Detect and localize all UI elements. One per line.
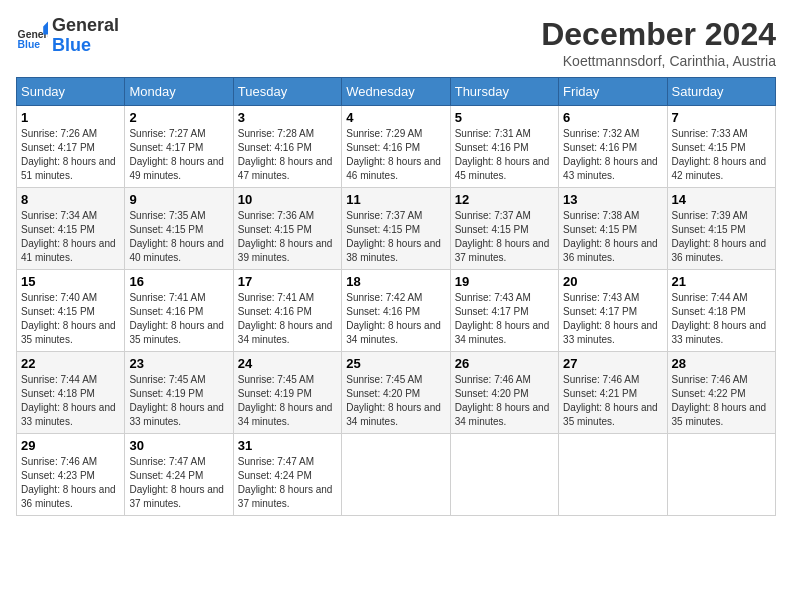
svg-marker-2	[43, 21, 48, 34]
day-info: Sunrise: 7:46 AM Sunset: 4:21 PM Dayligh…	[563, 373, 662, 429]
calendar-cell: 29 Sunrise: 7:46 AM Sunset: 4:23 PM Dayl…	[17, 434, 125, 516]
day-number: 17	[238, 274, 337, 289]
calendar-cell: 16 Sunrise: 7:41 AM Sunset: 4:16 PM Dayl…	[125, 270, 233, 352]
day-number: 20	[563, 274, 662, 289]
day-info: Sunrise: 7:45 AM Sunset: 4:19 PM Dayligh…	[129, 373, 228, 429]
day-info: Sunrise: 7:43 AM Sunset: 4:17 PM Dayligh…	[563, 291, 662, 347]
calendar-cell	[667, 434, 775, 516]
calendar-cell: 21 Sunrise: 7:44 AM Sunset: 4:18 PM Dayl…	[667, 270, 775, 352]
day-number: 10	[238, 192, 337, 207]
calendar-cell: 10 Sunrise: 7:36 AM Sunset: 4:15 PM Dayl…	[233, 188, 341, 270]
calendar-cell: 11 Sunrise: 7:37 AM Sunset: 4:15 PM Dayl…	[342, 188, 450, 270]
calendar-cell: 26 Sunrise: 7:46 AM Sunset: 4:20 PM Dayl…	[450, 352, 558, 434]
calendar-cell: 6 Sunrise: 7:32 AM Sunset: 4:16 PM Dayli…	[559, 106, 667, 188]
calendar-cell: 8 Sunrise: 7:34 AM Sunset: 4:15 PM Dayli…	[17, 188, 125, 270]
calendar-cell: 30 Sunrise: 7:47 AM Sunset: 4:24 PM Dayl…	[125, 434, 233, 516]
calendar-cell: 17 Sunrise: 7:41 AM Sunset: 4:16 PM Dayl…	[233, 270, 341, 352]
title-block: December 2024 Koettmannsdorf, Carinthia,…	[541, 16, 776, 69]
day-info: Sunrise: 7:36 AM Sunset: 4:15 PM Dayligh…	[238, 209, 337, 265]
day-number: 7	[672, 110, 771, 125]
day-info: Sunrise: 7:45 AM Sunset: 4:19 PM Dayligh…	[238, 373, 337, 429]
day-number: 23	[129, 356, 228, 371]
day-number: 29	[21, 438, 120, 453]
day-info: Sunrise: 7:47 AM Sunset: 4:24 PM Dayligh…	[129, 455, 228, 511]
day-number: 11	[346, 192, 445, 207]
calendar-cell: 3 Sunrise: 7:28 AM Sunset: 4:16 PM Dayli…	[233, 106, 341, 188]
calendar-cell: 5 Sunrise: 7:31 AM Sunset: 4:16 PM Dayli…	[450, 106, 558, 188]
calendar-cell: 15 Sunrise: 7:40 AM Sunset: 4:15 PM Dayl…	[17, 270, 125, 352]
day-info: Sunrise: 7:34 AM Sunset: 4:15 PM Dayligh…	[21, 209, 120, 265]
svg-text:Blue: Blue	[18, 39, 41, 50]
day-number: 25	[346, 356, 445, 371]
calendar-cell	[450, 434, 558, 516]
calendar-week-row: 22 Sunrise: 7:44 AM Sunset: 4:18 PM Dayl…	[17, 352, 776, 434]
weekday-header-row: SundayMondayTuesdayWednesdayThursdayFrid…	[17, 78, 776, 106]
calendar-week-row: 1 Sunrise: 7:26 AM Sunset: 4:17 PM Dayli…	[17, 106, 776, 188]
day-info: Sunrise: 7:47 AM Sunset: 4:24 PM Dayligh…	[238, 455, 337, 511]
weekday-header-tuesday: Tuesday	[233, 78, 341, 106]
day-number: 16	[129, 274, 228, 289]
calendar-cell: 20 Sunrise: 7:43 AM Sunset: 4:17 PM Dayl…	[559, 270, 667, 352]
day-number: 8	[21, 192, 120, 207]
logo-icon: General Blue	[16, 20, 48, 52]
day-number: 13	[563, 192, 662, 207]
day-info: Sunrise: 7:26 AM Sunset: 4:17 PM Dayligh…	[21, 127, 120, 183]
month-title: December 2024	[541, 16, 776, 53]
day-number: 18	[346, 274, 445, 289]
day-info: Sunrise: 7:43 AM Sunset: 4:17 PM Dayligh…	[455, 291, 554, 347]
day-number: 26	[455, 356, 554, 371]
calendar-cell: 9 Sunrise: 7:35 AM Sunset: 4:15 PM Dayli…	[125, 188, 233, 270]
calendar-cell	[342, 434, 450, 516]
calendar-cell: 2 Sunrise: 7:27 AM Sunset: 4:17 PM Dayli…	[125, 106, 233, 188]
day-info: Sunrise: 7:46 AM Sunset: 4:22 PM Dayligh…	[672, 373, 771, 429]
day-info: Sunrise: 7:38 AM Sunset: 4:15 PM Dayligh…	[563, 209, 662, 265]
calendar-cell: 31 Sunrise: 7:47 AM Sunset: 4:24 PM Dayl…	[233, 434, 341, 516]
day-info: Sunrise: 7:35 AM Sunset: 4:15 PM Dayligh…	[129, 209, 228, 265]
calendar-cell: 7 Sunrise: 7:33 AM Sunset: 4:15 PM Dayli…	[667, 106, 775, 188]
day-number: 6	[563, 110, 662, 125]
calendar-cell	[559, 434, 667, 516]
day-number: 28	[672, 356, 771, 371]
day-info: Sunrise: 7:40 AM Sunset: 4:15 PM Dayligh…	[21, 291, 120, 347]
day-number: 5	[455, 110, 554, 125]
calendar-cell: 19 Sunrise: 7:43 AM Sunset: 4:17 PM Dayl…	[450, 270, 558, 352]
day-number: 24	[238, 356, 337, 371]
day-info: Sunrise: 7:45 AM Sunset: 4:20 PM Dayligh…	[346, 373, 445, 429]
day-number: 9	[129, 192, 228, 207]
day-info: Sunrise: 7:37 AM Sunset: 4:15 PM Dayligh…	[346, 209, 445, 265]
day-info: Sunrise: 7:44 AM Sunset: 4:18 PM Dayligh…	[672, 291, 771, 347]
calendar-cell: 28 Sunrise: 7:46 AM Sunset: 4:22 PM Dayl…	[667, 352, 775, 434]
day-number: 3	[238, 110, 337, 125]
day-info: Sunrise: 7:39 AM Sunset: 4:15 PM Dayligh…	[672, 209, 771, 265]
calendar-cell: 14 Sunrise: 7:39 AM Sunset: 4:15 PM Dayl…	[667, 188, 775, 270]
day-info: Sunrise: 7:28 AM Sunset: 4:16 PM Dayligh…	[238, 127, 337, 183]
calendar-cell: 18 Sunrise: 7:42 AM Sunset: 4:16 PM Dayl…	[342, 270, 450, 352]
day-info: Sunrise: 7:27 AM Sunset: 4:17 PM Dayligh…	[129, 127, 228, 183]
day-info: Sunrise: 7:41 AM Sunset: 4:16 PM Dayligh…	[129, 291, 228, 347]
page-header: General Blue General Blue December 2024 …	[16, 16, 776, 69]
day-info: Sunrise: 7:42 AM Sunset: 4:16 PM Dayligh…	[346, 291, 445, 347]
day-number: 30	[129, 438, 228, 453]
logo: General Blue General Blue	[16, 16, 119, 56]
day-info: Sunrise: 7:46 AM Sunset: 4:20 PM Dayligh…	[455, 373, 554, 429]
day-number: 4	[346, 110, 445, 125]
day-number: 19	[455, 274, 554, 289]
calendar-table: SundayMondayTuesdayWednesdayThursdayFrid…	[16, 77, 776, 516]
location-subtitle: Koettmannsdorf, Carinthia, Austria	[541, 53, 776, 69]
calendar-cell: 4 Sunrise: 7:29 AM Sunset: 4:16 PM Dayli…	[342, 106, 450, 188]
calendar-cell: 13 Sunrise: 7:38 AM Sunset: 4:15 PM Dayl…	[559, 188, 667, 270]
weekday-header-wednesday: Wednesday	[342, 78, 450, 106]
day-number: 14	[672, 192, 771, 207]
calendar-week-row: 29 Sunrise: 7:46 AM Sunset: 4:23 PM Dayl…	[17, 434, 776, 516]
day-info: Sunrise: 7:44 AM Sunset: 4:18 PM Dayligh…	[21, 373, 120, 429]
day-info: Sunrise: 7:46 AM Sunset: 4:23 PM Dayligh…	[21, 455, 120, 511]
day-number: 22	[21, 356, 120, 371]
day-number: 31	[238, 438, 337, 453]
calendar-week-row: 8 Sunrise: 7:34 AM Sunset: 4:15 PM Dayli…	[17, 188, 776, 270]
weekday-header-saturday: Saturday	[667, 78, 775, 106]
day-number: 27	[563, 356, 662, 371]
calendar-cell: 23 Sunrise: 7:45 AM Sunset: 4:19 PM Dayl…	[125, 352, 233, 434]
weekday-header-sunday: Sunday	[17, 78, 125, 106]
day-number: 2	[129, 110, 228, 125]
day-number: 21	[672, 274, 771, 289]
